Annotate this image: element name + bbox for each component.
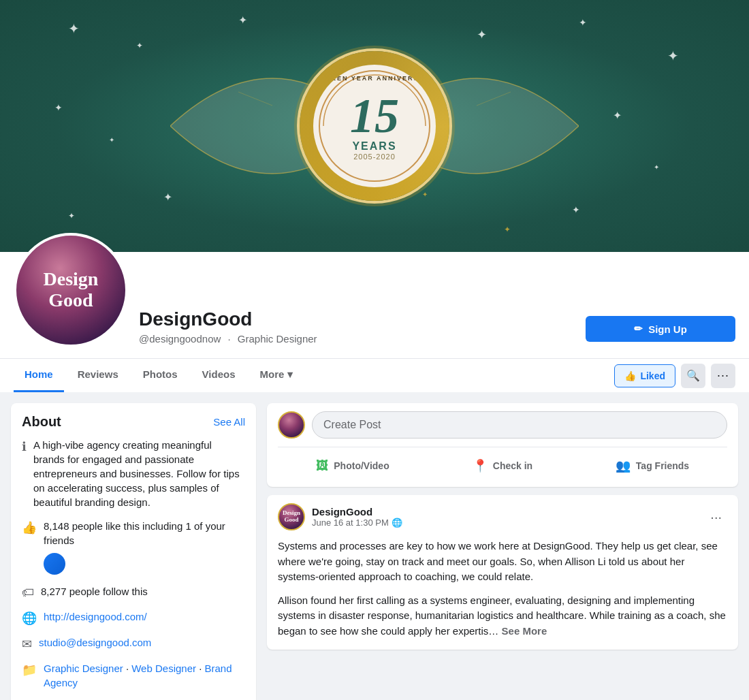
post-body: Systems and processes are key to how we … [267, 539, 738, 650]
tab-home[interactable]: Home [14, 359, 64, 392]
create-post-input[interactable]: Create Post [312, 411, 727, 439]
website-link[interactable]: http://designgood.com/ [44, 609, 147, 624]
about-website-item: 🌐 http://designgood.com/ [22, 609, 245, 626]
more-options-button[interactable]: ··· [711, 364, 735, 388]
tab-videos[interactable]: Videos [191, 359, 246, 392]
right-column: Create Post 🖼 Photo/Video 📍 Check in 👥 T… [267, 403, 738, 700]
tab-reviews[interactable]: Reviews [67, 359, 129, 392]
profile-name: DesignGood [139, 308, 575, 330]
about-followers-item: 🏷 8,277 people follow this [22, 584, 245, 600]
post-date: June 16 at 1:30 PM [312, 518, 389, 528]
friend-avatar [44, 553, 65, 575]
anniversary-badge: FIFTEEN YEAR ANNIVERSARY 15 YEARS 2005-2… [300, 51, 449, 201]
avatar: DesignGood [14, 233, 128, 347]
photo-icon: 🖼 [316, 459, 328, 473]
envelope-icon: ✉ [22, 637, 32, 652]
nav-right: 👍 Liked 🔍 ··· [614, 364, 735, 388]
nav-left: Home Reviews Photos Videos More ▾ [14, 359, 304, 392]
about-likes-item: 👍 8,148 people like this including 1 of … [22, 519, 245, 575]
tag-icon: 👥 [616, 458, 631, 473]
about-header: About See All [22, 414, 245, 430]
profile-actions: ✏ Sign Up [586, 316, 735, 347]
user-avatar-small [278, 411, 305, 439]
check-in-button[interactable]: 📍 Check in [428, 453, 577, 479]
post-text-2: Allison found her first calling as a sys… [278, 593, 727, 639]
profile-meta: @designgoodnow · Graphic Designer [139, 333, 575, 345]
about-description: A high-vibe agency creating meaningful b… [33, 438, 245, 509]
cover-photo: ✦ ✦ ✦ ✦ ✦ ✦ ✦ ✦ ✦ ✦ ✦ ✦ ✦ ✦ ✦ ✦ [0, 0, 749, 252]
photo-video-button[interactable]: 🖼 Photo/Video [278, 453, 428, 479]
signup-button[interactable]: ✏ Sign Up [586, 316, 735, 342]
thumbs-up-icon: 👍 [624, 370, 636, 381]
create-post-card: Create Post 🖼 Photo/Video 📍 Check in 👥 T… [267, 403, 738, 487]
web-designer-link[interactable]: Web Designer [131, 663, 196, 674]
email-link[interactable]: studio@designgood.com [39, 635, 151, 650]
likes-avatars [44, 553, 245, 575]
search-icon: 🔍 [686, 369, 700, 382]
tag-friends-button[interactable]: 👥 Tag Friends [577, 453, 727, 479]
ellipsis-icon: ··· [717, 368, 729, 383]
about-title: About [22, 414, 61, 430]
post-header: DesignGood DesignGood June 16 at 1:30 PM… [267, 495, 738, 539]
profile-category: Graphic Designer [238, 333, 317, 345]
category-links: Graphic Designer · Web Designer · Brand … [44, 661, 245, 690]
left-column: About See All ℹ A high-vibe agency creat… [11, 403, 256, 700]
post-card: DesignGood DesignGood June 16 at 1:30 PM… [267, 495, 738, 650]
post-more-button[interactable]: ··· [705, 507, 727, 528]
avatar-wrap: DesignGood [14, 233, 128, 347]
profile-info: DesignGood @designgoodnow · Graphic Desi… [139, 308, 575, 347]
post-meta: June 16 at 1:30 PM 🌐 [312, 518, 698, 528]
followers-icon: 🏷 [22, 586, 34, 600]
post-text-1: Systems and processes are key to how we … [278, 539, 727, 585]
about-card: About See All ℹ A high-vibe agency creat… [11, 403, 256, 700]
followers-text: 8,277 people follow this [41, 584, 148, 599]
profile-handle: @designgoodnow [139, 333, 221, 345]
post-actions-row: 🖼 Photo/Video 📍 Check in 👥 Tag Friends [278, 447, 727, 479]
about-links-item: 📁 Graphic Designer · Web Designer · Bran… [22, 661, 245, 690]
signup-icon: ✏ [634, 323, 643, 335]
about-email-item: ✉ studio@designgood.com [22, 635, 245, 652]
avatar-text: DesignGood [44, 269, 99, 311]
post-globe-icon: 🌐 [392, 518, 402, 528]
profile-section: DesignGood DesignGood @designgoodnow · G… [0, 252, 749, 358]
main-content: About See All ℹ A high-vibe agency creat… [0, 403, 749, 700]
folder-icon: 📁 [22, 663, 37, 678]
post-author-avatar: DesignGood [278, 503, 305, 530]
arc-text: FIFTEEN YEAR ANNIVERSARY [313, 75, 436, 82]
tab-more[interactable]: More ▾ [249, 359, 304, 392]
likes-row: 8,148 people like this including 1 of yo… [44, 519, 245, 575]
create-post-row: Create Post [278, 411, 727, 439]
see-all-link[interactable]: See All [213, 416, 245, 428]
search-button[interactable]: 🔍 [681, 364, 705, 388]
post-author-info: DesignGood June 16 at 1:30 PM 🌐 [312, 506, 698, 528]
post-author-name[interactable]: DesignGood [312, 506, 698, 518]
likes-text: 8,148 people like this including 1 of yo… [44, 519, 245, 547]
nav-tabs: Home Reviews Photos Videos More ▾ 👍 Like… [0, 358, 749, 392]
tab-photos[interactable]: Photos [132, 359, 189, 392]
thumbs-up-icon-about: 👍 [22, 520, 37, 535]
liked-button[interactable]: 👍 Liked [614, 364, 675, 387]
graphic-designer-link[interactable]: Graphic Designer [44, 663, 123, 674]
globe-icon: 🌐 [22, 611, 37, 626]
see-more-link[interactable]: See More [502, 625, 547, 637]
info-icon: ℹ [22, 439, 27, 454]
checkin-icon: 📍 [473, 458, 488, 473]
about-description-item: ℹ A high-vibe agency creating meaningful… [22, 438, 245, 509]
